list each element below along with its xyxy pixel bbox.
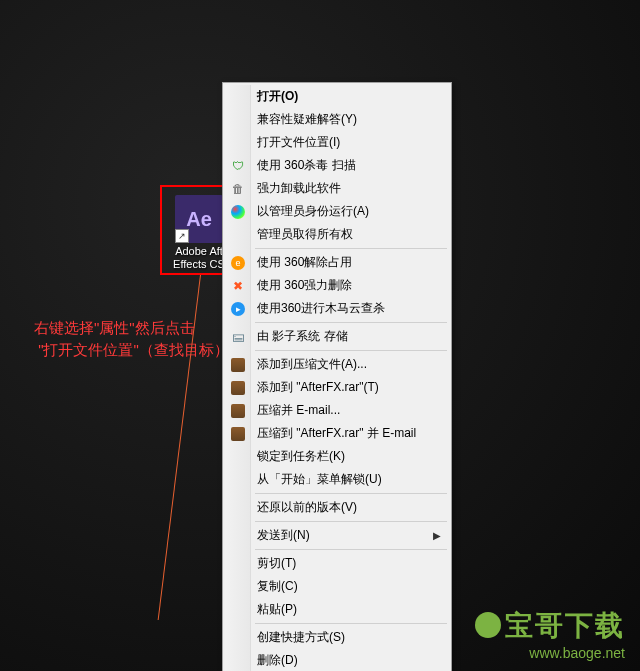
menu-separator [255,350,447,351]
menu-separator [255,248,447,249]
desktop-shortcut-ae[interactable]: Ae ↗ Adobe Aft Effects CS [170,195,228,271]
trash-icon: 🗑 [230,181,246,197]
menu-paste[interactable]: 粘贴(P) [225,598,449,621]
menu-cut[interactable]: 剪切(T) [225,552,449,575]
menu-scan-360[interactable]: 🛡使用 360杀毒 扫描 [225,154,449,177]
360-icon: e [230,255,246,271]
menu-pin-taskbar[interactable]: 锁定到任务栏(K) [225,445,449,468]
shield-icon: 🛡 [230,158,246,174]
disk-icon: 🖴 [230,329,246,345]
menu-separator [255,521,447,522]
annotation-leader-line [158,275,201,620]
annotation-text: 右键选择"属性"然后点击 "打开文件位置"（查找目标） [34,317,229,361]
admin-icon [230,204,246,220]
watermark-text: 宝哥下载 [505,610,625,641]
submenu-arrow-icon: ▶ [433,530,441,541]
menu-separator [255,623,447,624]
menu-360-release[interactable]: e使用 360解除占用 [225,251,449,274]
menu-360-trojan-scan[interactable]: ▸使用360进行木马云查杀 [225,297,449,320]
rar-icon [230,357,246,373]
menu-open[interactable]: 打开(O) [225,85,449,108]
rar-icon [230,426,246,442]
desktop-icon-label: Adobe Aft Effects CS [170,245,228,271]
context-menu: 打开(O) 兼容性疑难解答(Y) 打开文件位置(I) 🛡使用 360杀毒 扫描 … [222,82,452,671]
menu-create-shortcut[interactable]: 创建快捷方式(S) [225,626,449,649]
shortcut-arrow-icon: ↗ [175,229,189,243]
watermark-logo-icon [475,612,501,638]
menu-force-uninstall[interactable]: 🗑强力卸载此软件 [225,177,449,200]
cloud-scan-icon: ▸ [230,301,246,317]
menu-compress-rar-email[interactable]: 压缩到 "AfterFX.rar" 并 E-mail [225,422,449,445]
menu-send-to[interactable]: 发送到(N)▶ [225,524,449,547]
menu-separator [255,493,447,494]
menu-take-ownership[interactable]: 管理员取得所有权 [225,223,449,246]
menu-separator [255,549,447,550]
menu-360-force-delete[interactable]: ✖使用 360强力删除 [225,274,449,297]
menu-shadow-save[interactable]: 🖴由 影子系统 存储 [225,325,449,348]
menu-open-file-location[interactable]: 打开文件位置(I) [225,131,449,154]
menu-copy[interactable]: 复制(C) [225,575,449,598]
watermark: 宝哥下载 www.baoge.net [475,607,625,661]
rar-icon [230,403,246,419]
ae-icon: Ae ↗ [175,195,223,243]
delete-icon: ✖ [230,278,246,294]
menu-compress-email[interactable]: 压缩并 E-mail... [225,399,449,422]
rar-icon [230,380,246,396]
watermark-url: www.baoge.net [475,645,625,661]
menu-add-to-rar[interactable]: 添加到 "AfterFX.rar"(T) [225,376,449,399]
menu-restore-versions[interactable]: 还原以前的版本(V) [225,496,449,519]
menu-delete[interactable]: 删除(D) [225,649,449,671]
menu-unpin-start[interactable]: 从「开始」菜单解锁(U) [225,468,449,491]
menu-run-as-admin[interactable]: 以管理员身份运行(A) [225,200,449,223]
menu-separator [255,322,447,323]
menu-add-archive[interactable]: 添加到压缩文件(A)... [225,353,449,376]
menu-compat-troubleshoot[interactable]: 兼容性疑难解答(Y) [225,108,449,131]
